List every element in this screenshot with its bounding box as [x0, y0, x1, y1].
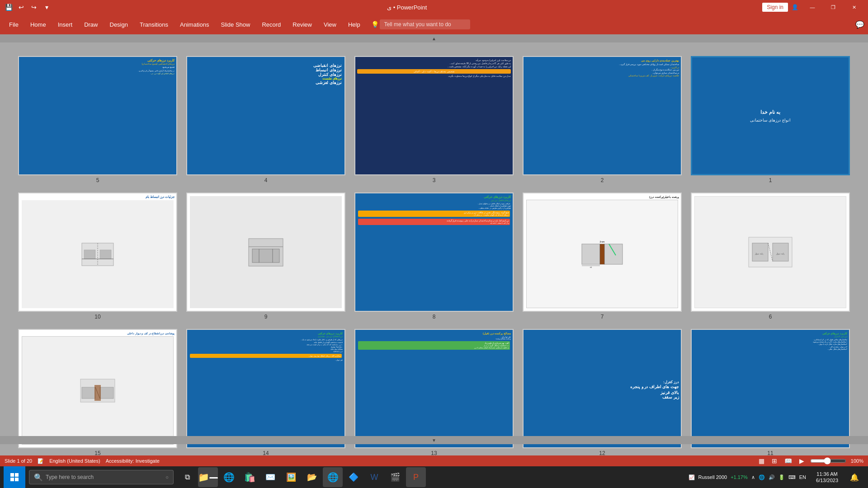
comment-icon[interactable]: 💬: [855, 20, 864, 29]
slide-number-11: 11: [767, 450, 773, 455]
menu-draw[interactable]: Draw: [79, 19, 103, 31]
slide-thumb-12[interactable]: درز کنترل: جهت های اطراف در و پنجره بالا…: [523, 329, 682, 448]
slide-number-2: 2: [601, 177, 604, 183]
menu-home[interactable]: Home: [25, 19, 52, 31]
svg-rect-32: [15, 478, 19, 481]
scroll-down-button[interactable]: ▼: [0, 436, 868, 444]
slide-thumb-1[interactable]: به نام خدا انواع درزهای ساختمانی: [691, 56, 850, 175]
svg-text:t/4: t/4: [590, 266, 592, 268]
menu-file[interactable]: File: [4, 19, 24, 31]
taskbar-app-files[interactable]: 📂: [302, 467, 322, 487]
slide-number-10: 10: [94, 314, 100, 320]
slide-thumb-9[interactable]: [186, 192, 345, 312]
slide-number-4: 4: [264, 177, 268, 183]
title-bar: 💾 ↩ ↪ ▾ ی • PowerPoint Sign in 👤 — ❐ ✕: [0, 0, 868, 14]
menu-insert[interactable]: Insert: [52, 19, 78, 31]
menu-animations[interactable]: Animations: [175, 19, 214, 31]
svg-rect-11: [604, 244, 623, 264]
taskbar-app-chrome[interactable]: 🌐: [323, 467, 343, 487]
slide-count: Slide 1 of 20: [5, 458, 32, 464]
slide-number-13: 13: [431, 450, 437, 455]
slides-panel[interactable]: ▲ کاربرد درزهای حرکتی درزهای اختصاصی (تج…: [0, 34, 868, 455]
undo-button[interactable]: ↩: [16, 2, 26, 12]
main-area: ▲ کاربرد درزهای حرکتی درزهای اختصاصی (تج…: [0, 34, 868, 455]
menu-bar: File Home Insert Draw Design Transitions…: [0, 14, 868, 34]
svg-rect-2: [84, 250, 95, 259]
chevron-icon[interactable]: ∧: [751, 474, 755, 480]
taskbar-app-vlc[interactable]: 🎬: [385, 467, 405, 487]
menu-review[interactable]: Review: [287, 19, 317, 31]
taskbar-app-network[interactable]: 🔷: [344, 467, 363, 487]
clock-time: 11:36 AM: [816, 471, 838, 477]
menu-slideshow[interactable]: Slide Show: [215, 19, 255, 31]
stock-ticker: Russell 2000: [698, 474, 727, 480]
taskview-button[interactable]: ⧉: [177, 467, 197, 487]
taskbar-search[interactable]: 🔍 ○: [29, 470, 174, 484]
slide-number-1: 1: [769, 177, 772, 183]
taskbar-app-powerpoint[interactable]: P: [406, 467, 426, 487]
system-tray: 📈 Russell 2000 +1.17% ∧ 🌐 🔊 🔋 ⌨ EN: [685, 474, 810, 480]
minimize-button[interactable]: —: [802, 0, 823, 14]
slide-thumb-6[interactable]: پایه دیوار پایه دیوار: [691, 192, 850, 312]
redo-button[interactable]: ↪: [29, 2, 39, 12]
battery-icon: 🔋: [778, 474, 785, 480]
slide-wrapper-4: نرزهای انقباضی نرزهای انبساط نرزهای کنتر…: [186, 56, 345, 183]
taskbar-app-photos[interactable]: 🖼️: [281, 467, 301, 487]
slide-sorter-button[interactable]: ⊞: [770, 457, 778, 465]
tell-me-input[interactable]: [380, 19, 470, 29]
slide-wrapper-2: بهترین جمله‌بندی دارایی روی می ساختمان م…: [523, 56, 682, 183]
volume-icon: 🔊: [769, 474, 775, 480]
notification-button[interactable]: 🔔: [844, 467, 864, 487]
slide-thumb-3[interactable]: درز سلامت (درز اجرایی) به وجود می‌آید به…: [354, 56, 514, 175]
slide-thumb-14[interactable]: کاربرد درزهای حرکتی درز انقطاع درز بتن م…: [186, 329, 345, 448]
svg-rect-7: [252, 249, 279, 263]
slide-number-14: 14: [263, 450, 269, 455]
slide-wrapper-8: کاربرد درزهای حرکتی درزهای فاصل درز بتن …: [354, 192, 514, 320]
menu-record[interactable]: Record: [256, 19, 286, 31]
slide-number-12: 12: [599, 450, 605, 455]
menu-design[interactable]: Design: [104, 19, 133, 31]
slide-thumb-2[interactable]: بهترین جمله‌بندی دارایی روی می ساختمان م…: [523, 56, 682, 175]
taskbar-app-explorer[interactable]: 📁: [198, 467, 218, 487]
normal-view-button[interactable]: ▦: [757, 457, 766, 465]
stock-change: +1.17%: [731, 474, 748, 480]
taskbar-app-store[interactable]: 🛍️: [240, 467, 259, 487]
time-display[interactable]: 11:36 AM 6/13/2023: [812, 471, 842, 484]
svg-text:پایه دیوار: پایه دیوار: [776, 252, 784, 255]
taskbar-app-mail[interactable]: ✉️: [260, 467, 280, 487]
slide-thumb-7[interactable]: پرشده با فیلر(پرکننده درز) 2 cm t/4: [523, 192, 682, 312]
reading-view-button[interactable]: 📖: [783, 457, 793, 465]
window-controls: Sign in 👤 — ❐ ✕: [762, 0, 864, 14]
accessibility[interactable]: Accessibility: Investigate: [106, 458, 160, 464]
slide-wrapper-5: کاربرد درزهای حرکتی درزهای اختصاصی (تجمع…: [18, 56, 177, 183]
maximize-button[interactable]: ❐: [823, 0, 844, 14]
zoom-slider[interactable]: [810, 457, 846, 465]
lightbulb-icon: 💡: [371, 21, 379, 28]
slides-grid: کاربرد درزهای حرکتی درزهای اختصاصی (تجمع…: [5, 47, 863, 455]
slideshow-button[interactable]: ▶: [798, 457, 806, 465]
start-button[interactable]: [4, 466, 25, 488]
clock-date: 6/13/2023: [816, 477, 838, 483]
slide-thumb-13[interactable]: مصالح پرکننده درز (فیل) فیل تنها برای...…: [354, 329, 514, 448]
menu-view[interactable]: View: [318, 19, 342, 31]
slide-thumb-10[interactable]: جزئیات درز انبساط بام: [18, 192, 177, 312]
slide-thumb-5[interactable]: کاربرد درزهای حرکتی درزهای اختصاصی (تجمع…: [18, 56, 177, 175]
taskbar-apps: ⧉ 📁 🌐 🛍️ ✉️ 🖼️ 📂 🌐 🔷 W 🎬: [177, 467, 426, 487]
search-input[interactable]: [46, 474, 163, 480]
slide-thumb-4[interactable]: نرزهای انقباضی نرزهای انبساط نرزهای کنتر…: [186, 56, 345, 175]
slide-number-8: 8: [433, 314, 436, 320]
menu-help[interactable]: Help: [343, 19, 366, 31]
slide-thumb-15[interactable]: پوشاندن درزانقطاع در کف و دیوار داخلی: [18, 329, 177, 448]
taskbar-app-edge[interactable]: 🌐: [219, 467, 239, 487]
menu-transitions[interactable]: Transitions: [134, 19, 174, 31]
save-button[interactable]: 💾: [4, 2, 14, 12]
sign-in-button[interactable]: Sign in: [762, 3, 788, 12]
close-button[interactable]: ✕: [844, 0, 864, 14]
customize-button[interactable]: ▾: [42, 2, 52, 12]
language-indicator: EN: [799, 474, 806, 480]
slide-thumb-11[interactable]: کاربرد درزهای حرکتی درز بتن کنترل ساختما…: [691, 329, 850, 448]
slide-thumb-8[interactable]: کاربرد درزهای حرکتی درزهای فاصل درز بتن …: [354, 192, 514, 312]
notes-icon[interactable]: 📝: [38, 458, 44, 464]
taskbar-app-word[interactable]: W: [364, 467, 384, 487]
scroll-up-button[interactable]: ▲: [0, 34, 868, 42]
